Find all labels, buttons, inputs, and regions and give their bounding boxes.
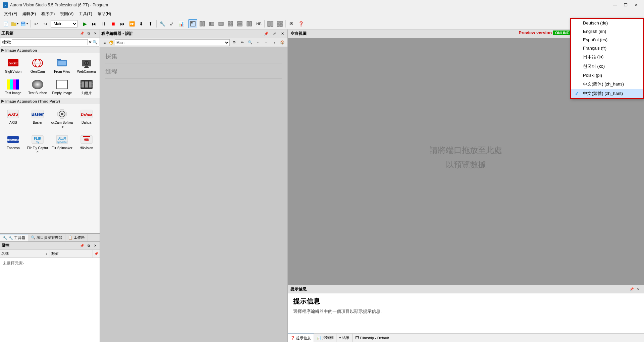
close-button[interactable]: ✕ xyxy=(631,1,641,9)
restore-button[interactable]: ❐ xyxy=(621,1,631,9)
toolbar-pause[interactable]: ⏸ xyxy=(99,19,108,28)
tool-flirfly[interactable]: FLIR Fly Flir Fly Capture xyxy=(26,131,50,156)
toolbar-main-select[interactable]: Main xyxy=(51,20,77,27)
nav-search[interactable]: 🔍 xyxy=(247,39,254,46)
toolbar-layout-b[interactable] xyxy=(275,19,284,28)
toolbar-redo[interactable]: ↪ xyxy=(41,19,50,28)
props-pin-icon[interactable]: 📌 xyxy=(93,250,100,258)
nav-sync[interactable]: ⟳ xyxy=(230,39,238,46)
lang-option-zh-hans[interactable]: 中文(簡体) (zh_hans) xyxy=(571,79,643,89)
toolbar-new[interactable]: 📄 xyxy=(1,19,10,28)
category-expand-icon: ▶ xyxy=(1,48,4,52)
toolbar-tool8[interactable]: HPS xyxy=(254,19,263,28)
toolbar-save[interactable]: ▼ xyxy=(20,19,29,28)
nav-up[interactable]: ↑ xyxy=(271,39,278,46)
tool-basler[interactable]: Basler Basler xyxy=(26,106,50,130)
tool-webcamera[interactable]: WebCamera xyxy=(74,55,98,75)
toolbar-tool1[interactable] xyxy=(189,19,197,28)
hint-tab-control[interactable]: 📊 控制欄 xyxy=(314,334,336,342)
hint-close[interactable]: ✕ xyxy=(635,286,641,292)
tool-flirspinn[interactable]: FLIR Spinnaker Flir Spinnaker xyxy=(50,131,74,156)
props-sort-icon[interactable]: ↕ xyxy=(43,250,50,258)
hint-tab-hints[interactable]: ❓ 提示信息 xyxy=(288,334,314,342)
lang-option-ko[interactable]: 한국어 (ko) xyxy=(571,62,643,71)
menu-help[interactable]: 幫助(H) xyxy=(95,10,114,17)
nav-home[interactable]: 🏠 xyxy=(279,39,286,46)
lang-option-es[interactable]: Español (es) xyxy=(571,36,643,44)
toolbar-upload[interactable]: ⬆ xyxy=(146,19,155,28)
tab-workspace[interactable]: 📋 工作區 xyxy=(65,234,88,241)
nav-hamburger[interactable]: ≡ xyxy=(101,39,108,46)
toolbar-tool7[interactable] xyxy=(245,19,254,28)
toolbar-layout-a[interactable] xyxy=(266,19,275,28)
svg-rect-29 xyxy=(277,24,279,26)
hint-tab-filmstrip[interactable]: 🎞 Filmstrip - Default xyxy=(353,334,392,342)
toolbar-step-forward[interactable]: ⏩ xyxy=(127,19,136,28)
minimize-button[interactable]: — xyxy=(610,1,620,9)
tool-ensenso[interactable]: ensenso Ensenso xyxy=(1,131,25,156)
tool-emptyimage[interactable]: Empty Image xyxy=(50,76,74,97)
toolbar-stop[interactable]: ⏹ xyxy=(109,19,117,28)
toolbar-chart[interactable]: 📊 xyxy=(177,19,185,28)
hint-tab-results[interactable]: ≡ 結果 xyxy=(336,334,353,342)
toolbar-tool3[interactable] xyxy=(207,19,216,28)
toolbox-close[interactable]: ✕ xyxy=(92,31,98,37)
tab-projmgr[interactable]: 🔍 項目資源管理器 xyxy=(28,234,65,241)
menu-view[interactable]: 視圖(V) xyxy=(57,10,76,17)
lang-option-ja[interactable]: 日本語 (ja) xyxy=(571,52,643,62)
hint-pin[interactable]: 📌 xyxy=(629,286,635,292)
toolbar-settings[interactable]: 🔧 xyxy=(158,19,167,28)
toolbar-resize[interactable]: ⤢ xyxy=(167,19,176,28)
toolbar-step-end[interactable]: ⏭ xyxy=(90,19,99,28)
nav-back[interactable]: ← xyxy=(255,39,262,46)
category-image-acquisition[interactable]: ▶ Image Acquisition xyxy=(0,47,100,53)
toolbar-email[interactable]: ✉ xyxy=(287,19,296,28)
svg-rect-25 xyxy=(268,21,270,26)
tool-cxcam[interactable]: cxCam Software xyxy=(50,106,74,130)
toolbar-tool4[interactable] xyxy=(217,19,225,28)
toolbar-undo[interactable]: ↩ xyxy=(32,19,41,28)
lang-option-pl[interactable]: Polski (pl) xyxy=(571,71,643,79)
nav-forward[interactable]: → xyxy=(263,39,270,46)
tool-dahua[interactable]: Dahua Dahua xyxy=(74,106,98,130)
breadcrumb-select[interactable]: Main xyxy=(115,39,230,46)
tool-filmstrip[interactable]: 幻燈片 xyxy=(74,76,98,97)
menu-program[interactable]: 程序(P) xyxy=(39,10,57,17)
tool-hikvision[interactable]: HIK Hikvision xyxy=(74,131,98,156)
tool-axis[interactable]: AXIS AXIS xyxy=(1,106,25,130)
tool-testimage[interactable]: Test Image xyxy=(1,76,25,97)
tool-gigev[interactable]: GiGE GigEVision xyxy=(1,55,25,75)
toolbar-tool2[interactable] xyxy=(198,19,207,28)
menu-file[interactable]: 文件(F) xyxy=(1,10,20,17)
toolbar-tool6[interactable] xyxy=(235,19,244,28)
editor-close[interactable]: ✕ xyxy=(279,30,286,38)
props-float[interactable]: ⧉ xyxy=(86,243,92,249)
props-pin[interactable]: 📌 xyxy=(79,243,85,249)
menu-edit[interactable]: 編輯(E) xyxy=(20,10,39,17)
tool-fromfiles[interactable]: From Files xyxy=(50,55,74,75)
lang-option-fr[interactable]: Français (fr) xyxy=(571,44,643,52)
toolbox-float[interactable]: ⧉ xyxy=(86,31,92,37)
toolbar-download[interactable]: ⬇ xyxy=(137,19,146,28)
toolbar-play[interactable]: ▶ xyxy=(80,19,89,28)
lang-option-en[interactable]: English (en) xyxy=(571,27,643,36)
clear-search-icon[interactable]: ✕ xyxy=(89,40,92,45)
toolbar-help[interactable]: ❓ xyxy=(297,19,305,28)
toolbar-open[interactable]: ▼ xyxy=(11,19,19,28)
menu-tools[interactable]: 工具(T) xyxy=(76,10,95,17)
lang-option-de[interactable]: Deutsch (de) xyxy=(571,19,643,27)
toolbox-pin[interactable]: 📌 xyxy=(79,31,85,37)
tab-toolbox[interactable]: 🔧 🔧 工具箱 xyxy=(0,234,28,241)
tool-genicam[interactable]: GenICam xyxy=(26,55,50,75)
editor-pin[interactable]: 📌 xyxy=(263,30,270,38)
tool-testsurface[interactable]: Test Surface xyxy=(26,76,50,97)
lang-option-zh-hant[interactable]: ✓ 中文(繁體) (zh_hant) xyxy=(571,89,643,98)
search-icon[interactable]: 🔍 xyxy=(93,40,98,45)
editor-maximize[interactable]: ⤢ xyxy=(271,30,278,38)
category-third-party[interactable]: ▶ Image Acquisition (Third Party) xyxy=(0,98,100,104)
nav-edit[interactable]: ✏ xyxy=(238,39,246,46)
toolbar-prev[interactable]: ⏮ xyxy=(118,19,127,28)
toolbar-tool5[interactable] xyxy=(226,19,235,28)
search-input[interactable] xyxy=(12,39,88,45)
props-close[interactable]: ✕ xyxy=(92,243,98,249)
